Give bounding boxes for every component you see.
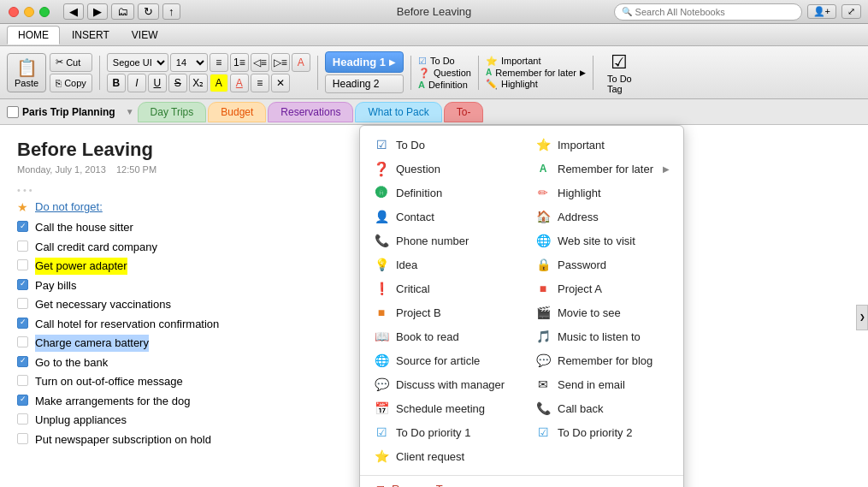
checkbox-checked[interactable]: ✓ bbox=[17, 395, 28, 406]
remember-submenu-arrow: ▶ bbox=[580, 68, 586, 77]
notebook-dropdown-icon[interactable]: ▼ bbox=[126, 107, 134, 116]
password-icon: 🔒 bbox=[535, 257, 551, 272]
tag-item-idea[interactable]: 💡 Idea bbox=[360, 252, 522, 276]
tag-item-movie[interactable]: 🎬 Movie to see bbox=[522, 300, 683, 324]
checkbox-checked[interactable]: ✓ bbox=[17, 279, 28, 290]
tab-budget[interactable]: Budget bbox=[208, 102, 266, 122]
numbering-button[interactable]: 1≡ bbox=[230, 53, 249, 72]
font-size-select[interactable]: 14 bbox=[170, 53, 208, 72]
title-bar-right: 🔍 👤+ ⤢ bbox=[614, 3, 868, 21]
tab-what-to-pack[interactable]: What to Pack bbox=[355, 102, 441, 122]
tab-reservations[interactable]: Reservations bbox=[268, 102, 353, 122]
tag-item-website[interactable]: 🌐 Web site to visit bbox=[522, 229, 683, 252]
tag-item-discuss[interactable]: 💬 Discuss with manager bbox=[360, 372, 522, 396]
website-label: Web site to visit bbox=[558, 235, 635, 247]
account-button[interactable]: 👤+ bbox=[807, 4, 836, 19]
copy-button[interactable]: ⎘ Copy bbox=[50, 74, 92, 92]
search-input[interactable] bbox=[635, 7, 794, 17]
notebook-name[interactable]: Paris Trip Planning bbox=[22, 106, 115, 118]
underline-button[interactable]: U bbox=[148, 74, 167, 92]
checkbox-checked[interactable]: ✓ bbox=[17, 221, 28, 232]
style-button[interactable]: A bbox=[292, 53, 310, 72]
tag-item-critical[interactable]: ❗ Critical bbox=[360, 276, 522, 300]
cut-button[interactable]: ✂ Cut bbox=[50, 53, 92, 72]
bullets-button[interactable]: ≡ bbox=[210, 53, 228, 72]
sync-button[interactable]: ↻ bbox=[138, 3, 159, 20]
tag-item-remember[interactable]: A Remember for later ▶ bbox=[522, 157, 683, 181]
todo-tag-button[interactable]: ☑ To DoTag bbox=[600, 48, 639, 98]
tag-item-todop2[interactable]: ☑ To Do priority 2 bbox=[522, 420, 683, 444]
tab-insert[interactable]: INSERT bbox=[62, 27, 120, 44]
checkbox-unchecked[interactable] bbox=[17, 375, 28, 386]
tag-item-schedule[interactable]: 📅 Schedule meeting bbox=[360, 396, 522, 420]
tag-item-phone[interactable]: 📞 Phone number bbox=[360, 229, 522, 252]
checkbox-checked[interactable]: ✓ bbox=[17, 356, 28, 367]
checkbox-checked[interactable]: ✓ bbox=[17, 318, 28, 329]
nav-back-button[interactable]: ◀ bbox=[63, 3, 84, 20]
tags-toolbar-section: ☑ To Do ❓ Question A Definition bbox=[418, 56, 471, 90]
tag-item-projectb[interactable]: ■ Project B bbox=[360, 300, 522, 324]
movie-icon: 🎬 bbox=[535, 305, 551, 320]
tag-item-book[interactable]: 📖 Book to read bbox=[360, 324, 522, 348]
copy-icon: ⎘ bbox=[56, 78, 62, 88]
tag-item-source[interactable]: 🌐 Source for article bbox=[360, 348, 522, 372]
scissors-icon: ✂ bbox=[56, 56, 63, 68]
book-label: Book to read bbox=[396, 330, 459, 343]
share-button[interactable]: ↑ bbox=[162, 3, 180, 20]
minimize-button[interactable] bbox=[24, 7, 34, 17]
tab-day-trips[interactable]: Day Trips bbox=[138, 102, 207, 122]
tag-item-todop1[interactable]: ☑ To Do priority 1 bbox=[360, 420, 522, 444]
clear-format-button[interactable]: ✕ bbox=[271, 74, 290, 92]
tag-item-contact[interactable]: 👤 Contact bbox=[360, 205, 522, 229]
idea-icon: 💡 bbox=[374, 257, 389, 272]
tag-item-address[interactable]: 🏠 Address bbox=[522, 205, 683, 229]
highlight-btn[interactable]: A bbox=[210, 74, 228, 92]
strikethrough-button[interactable]: S bbox=[168, 74, 187, 92]
remember-label: Remember for later bbox=[558, 163, 653, 175]
italic-button[interactable]: I bbox=[127, 74, 146, 92]
tab-to-leaving[interactable]: To- bbox=[444, 102, 484, 122]
file-icon[interactable]: 🗂 bbox=[111, 3, 134, 20]
address-label: Address bbox=[558, 211, 599, 223]
note-date: Monday, July 1, 2013 bbox=[17, 164, 106, 175]
tag-item-highlight[interactable]: ✏ Highlight bbox=[522, 181, 683, 205]
search-box[interactable]: 🔍 bbox=[614, 3, 802, 21]
fullscreen-button[interactable]: ⤢ bbox=[841, 4, 861, 19]
subscript-button[interactable]: X₂ bbox=[189, 74, 208, 92]
font-color-button[interactable]: A bbox=[230, 74, 249, 92]
menu-tabs: HOME INSERT VIEW bbox=[0, 24, 868, 46]
tag-item-rememberblog[interactable]: 💬 Remember for blog bbox=[522, 348, 683, 372]
tag-item-important[interactable]: ⭐ Important bbox=[522, 133, 683, 157]
tag-item-client[interactable]: ⭐ Client request bbox=[360, 444, 522, 468]
nav-forward-button[interactable]: ▶ bbox=[87, 3, 108, 20]
tab-home[interactable]: HOME bbox=[7, 26, 60, 45]
tab-view[interactable]: VIEW bbox=[121, 27, 168, 44]
checkbox-unchecked[interactable] bbox=[17, 298, 28, 309]
outdent-button[interactable]: ◁≡ bbox=[251, 53, 269, 72]
tag-item-sendemail[interactable]: ✉ Send in email bbox=[522, 372, 683, 396]
align-button[interactable]: ≡ bbox=[251, 74, 269, 92]
checkbox-unchecked[interactable] bbox=[17, 433, 28, 444]
checkbox-unchecked[interactable] bbox=[17, 413, 28, 425]
font-family-select[interactable]: Segoe UI bbox=[107, 53, 168, 72]
heading2-button[interactable]: Heading 2 bbox=[325, 74, 404, 93]
sidebar-toggle[interactable]: ❯ bbox=[856, 305, 868, 330]
tag-item-projecta[interactable]: ■ Project A bbox=[522, 276, 683, 300]
remove-tag-button[interactable]: 🏷 Remove Tag bbox=[360, 475, 683, 487]
highlight-toolbar-icon: ✏️ bbox=[486, 79, 498, 90]
tag-item-todo[interactable]: ☑ To Do bbox=[360, 133, 522, 157]
maximize-button[interactable] bbox=[39, 7, 50, 17]
close-button[interactable] bbox=[9, 7, 19, 17]
tag-item-question[interactable]: ❓ Question bbox=[360, 157, 522, 181]
indent-button[interactable]: ▷≡ bbox=[271, 53, 290, 72]
bold-button[interactable]: B bbox=[107, 74, 126, 92]
tag-item-password[interactable]: 🔒 Password bbox=[522, 252, 683, 276]
paste-button[interactable]: 📋 Paste bbox=[7, 53, 46, 92]
tag-item-definition[interactable]: 🅐 Definition bbox=[360, 181, 522, 205]
tag-item-callback[interactable]: 📞 Call back bbox=[522, 396, 683, 420]
checkbox-unchecked[interactable] bbox=[17, 241, 28, 252]
tag-item-music[interactable]: 🎵 Music to listen to bbox=[522, 324, 683, 348]
heading1-button[interactable]: Heading 1 ▶ bbox=[325, 51, 404, 73]
checkbox-unchecked[interactable] bbox=[17, 336, 28, 347]
checkbox-unchecked[interactable] bbox=[17, 259, 28, 270]
